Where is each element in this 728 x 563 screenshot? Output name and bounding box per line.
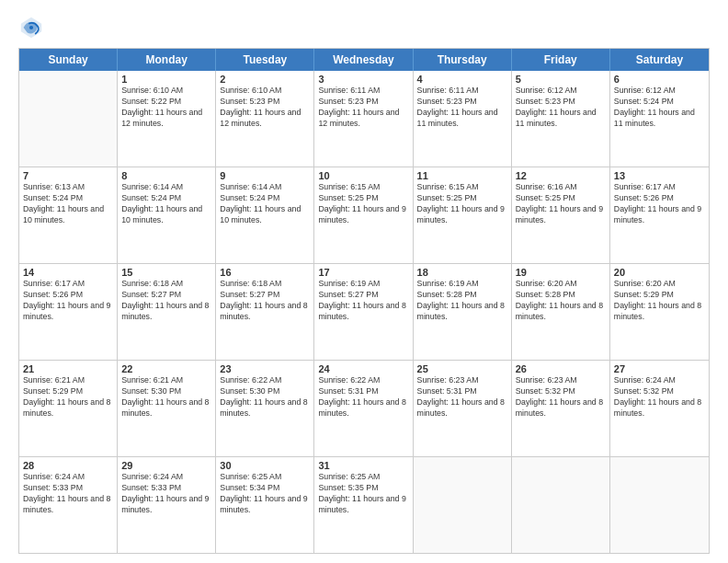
cell-info: Sunrise: 6:11 AM Sunset: 5:23 PM Dayligh… <box>318 86 408 130</box>
cell-date: 26 <box>516 363 606 374</box>
calendar-cell <box>414 457 512 553</box>
calendar-body: 1Sunrise: 6:10 AM Sunset: 5:22 PM Daylig… <box>19 71 709 553</box>
cell-info: Sunrise: 6:22 AM Sunset: 5:31 PM Dayligh… <box>318 375 408 419</box>
cell-date: 13 <box>614 170 705 181</box>
cell-date: 28 <box>23 460 113 471</box>
calendar-cell: 1Sunrise: 6:10 AM Sunset: 5:22 PM Daylig… <box>118 71 216 167</box>
day-header-saturday: Saturday <box>610 49 709 71</box>
logo-icon <box>18 15 44 40</box>
cell-date: 11 <box>417 170 507 181</box>
cell-info: Sunrise: 6:22 AM Sunset: 5:30 PM Dayligh… <box>220 375 310 419</box>
cell-info: Sunrise: 6:24 AM Sunset: 5:32 PM Dayligh… <box>614 375 705 419</box>
calendar-cell <box>610 457 709 553</box>
cell-date: 30 <box>220 460 310 471</box>
calendar-cell: 17Sunrise: 6:19 AM Sunset: 5:27 PM Dayli… <box>314 264 413 360</box>
cell-info: Sunrise: 6:15 AM Sunset: 5:25 PM Dayligh… <box>318 182 408 226</box>
cell-info: Sunrise: 6:15 AM Sunset: 5:25 PM Dayligh… <box>417 182 507 226</box>
cell-info: Sunrise: 6:21 AM Sunset: 5:29 PM Dayligh… <box>23 375 113 419</box>
cell-info: Sunrise: 6:10 AM Sunset: 5:23 PM Dayligh… <box>220 86 310 130</box>
calendar-cell: 16Sunrise: 6:18 AM Sunset: 5:27 PM Dayli… <box>216 264 314 360</box>
cell-info: Sunrise: 6:17 AM Sunset: 5:26 PM Dayligh… <box>614 182 705 226</box>
header <box>18 15 710 40</box>
cell-info: Sunrise: 6:23 AM Sunset: 5:32 PM Dayligh… <box>516 375 606 419</box>
calendar-cell: 7Sunrise: 6:13 AM Sunset: 5:24 PM Daylig… <box>19 167 118 263</box>
cell-date: 6 <box>614 74 705 85</box>
cell-date: 14 <box>23 267 113 278</box>
cell-info: Sunrise: 6:17 AM Sunset: 5:26 PM Dayligh… <box>23 279 113 323</box>
calendar-cell: 27Sunrise: 6:24 AM Sunset: 5:32 PM Dayli… <box>610 361 709 456</box>
cell-date: 16 <box>220 267 310 278</box>
cell-info: Sunrise: 6:21 AM Sunset: 5:30 PM Dayligh… <box>121 375 211 419</box>
calendar-row: 7Sunrise: 6:13 AM Sunset: 5:24 PM Daylig… <box>19 167 709 264</box>
cell-date: 20 <box>614 267 705 278</box>
cell-info: Sunrise: 6:19 AM Sunset: 5:27 PM Dayligh… <box>318 279 408 323</box>
calendar-row: 1Sunrise: 6:10 AM Sunset: 5:22 PM Daylig… <box>19 71 709 167</box>
cell-date: 9 <box>220 170 310 181</box>
calendar-cell: 11Sunrise: 6:15 AM Sunset: 5:25 PM Dayli… <box>414 167 512 263</box>
calendar: SundayMondayTuesdayWednesdayThursdayFrid… <box>18 48 710 554</box>
cell-info: Sunrise: 6:14 AM Sunset: 5:24 PM Dayligh… <box>220 182 310 226</box>
calendar-cell: 19Sunrise: 6:20 AM Sunset: 5:28 PM Dayli… <box>512 264 610 360</box>
calendar-cell: 20Sunrise: 6:20 AM Sunset: 5:29 PM Dayli… <box>610 264 709 360</box>
cell-info: Sunrise: 6:16 AM Sunset: 5:25 PM Dayligh… <box>516 182 606 226</box>
day-header-thursday: Thursday <box>414 49 512 71</box>
calendar-cell <box>19 71 118 167</box>
cell-info: Sunrise: 6:18 AM Sunset: 5:27 PM Dayligh… <box>220 279 310 323</box>
calendar-cell: 8Sunrise: 6:14 AM Sunset: 5:24 PM Daylig… <box>118 167 216 263</box>
calendar-cell: 3Sunrise: 6:11 AM Sunset: 5:23 PM Daylig… <box>314 71 413 167</box>
calendar-cell: 28Sunrise: 6:24 AM Sunset: 5:33 PM Dayli… <box>19 457 118 553</box>
calendar-cell: 5Sunrise: 6:12 AM Sunset: 5:23 PM Daylig… <box>512 71 610 167</box>
calendar-cell: 23Sunrise: 6:22 AM Sunset: 5:30 PM Dayli… <box>216 361 314 456</box>
cell-date: 3 <box>318 74 408 85</box>
cell-info: Sunrise: 6:23 AM Sunset: 5:31 PM Dayligh… <box>417 375 507 419</box>
cell-info: Sunrise: 6:25 AM Sunset: 5:34 PM Dayligh… <box>220 472 310 516</box>
calendar-cell: 4Sunrise: 6:11 AM Sunset: 5:23 PM Daylig… <box>414 71 512 167</box>
cell-date: 1 <box>121 74 211 85</box>
svg-point-1 <box>29 26 33 29</box>
calendar-cell: 9Sunrise: 6:14 AM Sunset: 5:24 PM Daylig… <box>216 167 314 263</box>
cell-date: 19 <box>516 267 606 278</box>
calendar-cell: 26Sunrise: 6:23 AM Sunset: 5:32 PM Dayli… <box>512 361 610 456</box>
cell-info: Sunrise: 6:10 AM Sunset: 5:22 PM Dayligh… <box>121 86 211 130</box>
calendar-cell: 14Sunrise: 6:17 AM Sunset: 5:26 PM Dayli… <box>19 264 118 360</box>
cell-date: 24 <box>318 363 408 374</box>
cell-info: Sunrise: 6:24 AM Sunset: 5:33 PM Dayligh… <box>121 472 211 516</box>
cell-info: Sunrise: 6:13 AM Sunset: 5:24 PM Dayligh… <box>23 182 113 226</box>
cell-info: Sunrise: 6:20 AM Sunset: 5:28 PM Dayligh… <box>516 279 606 323</box>
calendar-row: 21Sunrise: 6:21 AM Sunset: 5:29 PM Dayli… <box>19 361 709 457</box>
cell-date: 5 <box>516 74 606 85</box>
cell-info: Sunrise: 6:24 AM Sunset: 5:33 PM Dayligh… <box>23 472 113 516</box>
cell-info: Sunrise: 6:20 AM Sunset: 5:29 PM Dayligh… <box>614 279 705 323</box>
day-header-tuesday: Tuesday <box>216 49 314 71</box>
cell-info: Sunrise: 6:19 AM Sunset: 5:28 PM Dayligh… <box>417 279 507 323</box>
cell-date: 31 <box>318 460 408 471</box>
cell-info: Sunrise: 6:12 AM Sunset: 5:23 PM Dayligh… <box>516 86 606 130</box>
calendar-cell: 22Sunrise: 6:21 AM Sunset: 5:30 PM Dayli… <box>118 361 216 456</box>
calendar-cell: 29Sunrise: 6:24 AM Sunset: 5:33 PM Dayli… <box>118 457 216 553</box>
cell-info: Sunrise: 6:12 AM Sunset: 5:24 PM Dayligh… <box>614 86 705 130</box>
cell-date: 29 <box>121 460 211 471</box>
calendar-cell: 13Sunrise: 6:17 AM Sunset: 5:26 PM Dayli… <box>610 167 709 263</box>
calendar-row: 28Sunrise: 6:24 AM Sunset: 5:33 PM Dayli… <box>19 457 709 553</box>
cell-date: 18 <box>417 267 507 278</box>
calendar-cell: 24Sunrise: 6:22 AM Sunset: 5:31 PM Dayli… <box>314 361 413 456</box>
calendar-cell: 2Sunrise: 6:10 AM Sunset: 5:23 PM Daylig… <box>216 71 314 167</box>
calendar-cell: 6Sunrise: 6:12 AM Sunset: 5:24 PM Daylig… <box>610 71 709 167</box>
calendar-cell: 30Sunrise: 6:25 AM Sunset: 5:34 PM Dayli… <box>216 457 314 553</box>
cell-date: 25 <box>417 363 507 374</box>
calendar-cell: 12Sunrise: 6:16 AM Sunset: 5:25 PM Dayli… <box>512 167 610 263</box>
calendar-cell <box>512 457 610 553</box>
cell-date: 10 <box>318 170 408 181</box>
calendar-cell: 15Sunrise: 6:18 AM Sunset: 5:27 PM Dayli… <box>118 264 216 360</box>
cell-date: 15 <box>121 267 211 278</box>
cell-date: 2 <box>220 74 310 85</box>
cell-date: 21 <box>23 363 113 374</box>
calendar-cell: 25Sunrise: 6:23 AM Sunset: 5:31 PM Dayli… <box>414 361 512 456</box>
cell-date: 23 <box>220 363 310 374</box>
cell-date: 27 <box>614 363 705 374</box>
cell-info: Sunrise: 6:18 AM Sunset: 5:27 PM Dayligh… <box>121 279 211 323</box>
cell-info: Sunrise: 6:25 AM Sunset: 5:35 PM Dayligh… <box>318 472 408 516</box>
cell-date: 8 <box>121 170 211 181</box>
calendar-header: SundayMondayTuesdayWednesdayThursdayFrid… <box>19 49 709 71</box>
cell-info: Sunrise: 6:11 AM Sunset: 5:23 PM Dayligh… <box>417 86 507 130</box>
